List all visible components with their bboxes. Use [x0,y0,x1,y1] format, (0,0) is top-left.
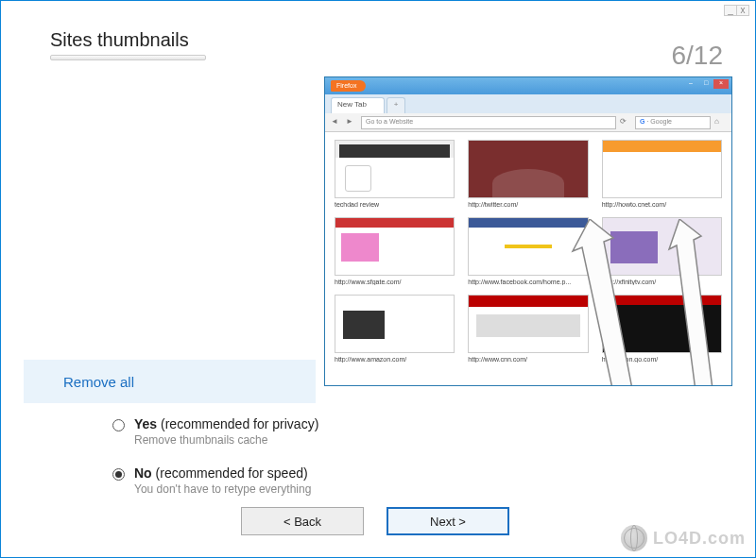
watermark-text: LO4D.com [653,529,746,549]
firefox-badge: Firefox [331,80,366,92]
preview-tabbar: New Tab + [325,94,731,113]
thumbnail-grid: techdad review http://twitter.com/ http:… [335,140,722,363]
site-thumb: http://www.facebook.com/home.p... [468,217,588,285]
question-band: Remove all [24,360,316,403]
site-thumb: http://twitter.com/ [468,140,588,208]
preview-close-icon: × [713,79,729,89]
option-no[interactable]: No (recommended for speed) You don't hav… [112,465,318,496]
question-label: Remove all [63,374,134,390]
radio-no[interactable] [112,468,125,481]
title-underline [50,55,206,60]
preview-max-icon: □ [698,79,713,89]
site-thumb: http://www.cnn.com/ [468,295,588,363]
site-thumb: http://espn.go.com/ [602,295,722,363]
preview-titlebar: Firefox – □ × [325,77,731,94]
site-thumb: http://www.amazon.com/ [335,295,455,363]
step-counter: 6/12 [672,41,724,71]
forward-icon: ► [346,117,357,128]
home-icon: ⌂ [714,117,726,128]
radio-yes[interactable] [112,419,125,431]
option-no-text: No (recommended for speed) You don't hav… [134,465,311,496]
option-yes-text: Yes (recommended for privacy) Remove thu… [134,416,318,447]
back-button[interactable]: < Back [241,507,364,535]
close-button[interactable]: x [736,5,749,16]
preview-url-field: Go to a Website [361,116,616,129]
back-icon: ◄ [331,117,342,128]
minimize-button[interactable]: _ [724,5,737,16]
globe-icon [621,525,647,551]
browser-preview: Firefox – □ × New Tab + ◄ ► Go to a Webs… [324,76,732,386]
options-group: Yes (recommended for privacy) Remove thu… [112,416,318,515]
preview-tab-newtab: New Tab [331,97,385,113]
option-yes[interactable]: Yes (recommended for privacy) Remove thu… [112,416,318,447]
preview-search-field: G · Google [635,116,711,129]
app-window: _ x Sites thumbnails 6/12 Firefox – □ × … [0,0,756,558]
preview-body: techdad review http://twitter.com/ http:… [325,132,731,385]
reload-icon: ⟳ [620,117,631,128]
window-controls: _ x [725,5,749,16]
page-title: Sites thumbnails [50,29,732,51]
preview-newtab-button: + [387,97,405,113]
site-thumb: techdad review [335,140,455,208]
site-thumb: http://xfinitytv.com/ [602,217,722,285]
site-thumb: http://howto.cnet.com/ [602,140,722,208]
site-thumb: http://www.sfgate.com/ [335,217,455,285]
preview-addressbar: ◄ ► Go to a Website ⟳ G · Google ⌂ [325,113,731,132]
wizard-nav: < Back Next > [241,507,509,535]
content-area: Sites thumbnails 6/12 Firefox – □ × New … [24,29,732,534]
preview-window-buttons: – □ × [683,79,729,89]
watermark: LO4D.com [621,525,746,551]
preview-min-icon: – [683,79,698,89]
next-button[interactable]: Next > [387,507,509,535]
